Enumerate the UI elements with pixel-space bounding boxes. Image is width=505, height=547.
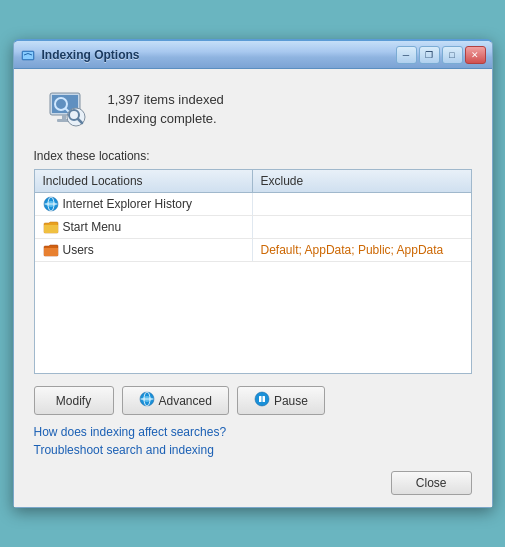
- title-bar-icon: [20, 47, 36, 63]
- exclude-cell-startmenu: [253, 216, 471, 238]
- window-title: Indexing Options: [42, 48, 390, 62]
- restore-button[interactable]: ❐: [419, 46, 440, 64]
- locations-table: Included Locations Exclude: [34, 169, 472, 374]
- title-controls: ─ ❐ □ ✕: [396, 46, 486, 64]
- folder-icon-users: [43, 242, 59, 258]
- location-cell-startmenu: Start Menu: [35, 216, 253, 238]
- links-section: How does indexing affect searches? Troub…: [34, 425, 472, 457]
- indexing-options-window: Indexing Options ─ ❐ □ ✕: [13, 39, 493, 508]
- table-row[interactable]: Internet Explorer History: [35, 193, 471, 216]
- maximize-button[interactable]: □: [442, 46, 463, 64]
- pause-button[interactable]: Pause: [237, 386, 325, 415]
- pause-btn-label: Pause: [274, 394, 308, 408]
- title-bar: Indexing Options ─ ❐ □ ✕: [14, 41, 492, 69]
- close-button[interactable]: Close: [391, 471, 472, 495]
- status-text-container: 1,397 items indexed Indexing complete.: [108, 92, 224, 126]
- location-name-ie: Internet Explorer History: [63, 197, 192, 211]
- how-indexing-affects-link[interactable]: How does indexing affect searches?: [34, 425, 472, 439]
- location-name-users: Users: [63, 243, 94, 257]
- location-cell-ie: Internet Explorer History: [35, 193, 253, 215]
- advanced-button[interactable]: Advanced: [122, 386, 229, 415]
- action-buttons: Modify Advanced: [34, 386, 472, 415]
- advanced-btn-label: Advanced: [159, 394, 212, 408]
- exclude-value-users: Default; AppData; Public; AppData: [261, 243, 444, 257]
- items-count: 1,397 items indexed: [108, 92, 224, 107]
- window-content: 1,397 items indexed Indexing complete. I…: [14, 69, 492, 507]
- minimize-button[interactable]: ─: [396, 46, 417, 64]
- exclude-cell-ie: [253, 193, 471, 215]
- indexing-icon: [44, 85, 92, 133]
- advanced-btn-icon: [139, 391, 155, 410]
- troubleshoot-link[interactable]: Troubleshoot search and indexing: [34, 443, 472, 457]
- table-body: Internet Explorer History: [35, 193, 471, 373]
- col-header-exclude: Exclude: [253, 170, 471, 192]
- bottom-row: Close: [34, 467, 472, 495]
- table-header: Included Locations Exclude: [35, 170, 471, 193]
- folder-icon-startmenu: [43, 219, 59, 235]
- svg-rect-19: [262, 396, 265, 402]
- locations-label: Index these locations:: [34, 149, 472, 163]
- svg-rect-18: [259, 396, 262, 402]
- status-section: 1,397 items indexed Indexing complete.: [34, 85, 472, 133]
- ie-icon: [43, 196, 59, 212]
- exclude-cell-users: Default; AppData; Public; AppData: [253, 239, 471, 261]
- location-name-startmenu: Start Menu: [63, 220, 122, 234]
- modify-button[interactable]: Modify: [34, 386, 114, 415]
- pause-btn-icon: [254, 391, 270, 410]
- close-title-button[interactable]: ✕: [465, 46, 486, 64]
- col-header-included: Included Locations: [35, 170, 253, 192]
- table-row[interactable]: Start Menu: [35, 216, 471, 239]
- indexing-status: Indexing complete.: [108, 111, 224, 126]
- table-row[interactable]: Users Default; AppData; Public; AppData: [35, 239, 471, 262]
- svg-point-17: [255, 392, 269, 406]
- location-cell-users: Users: [35, 239, 253, 261]
